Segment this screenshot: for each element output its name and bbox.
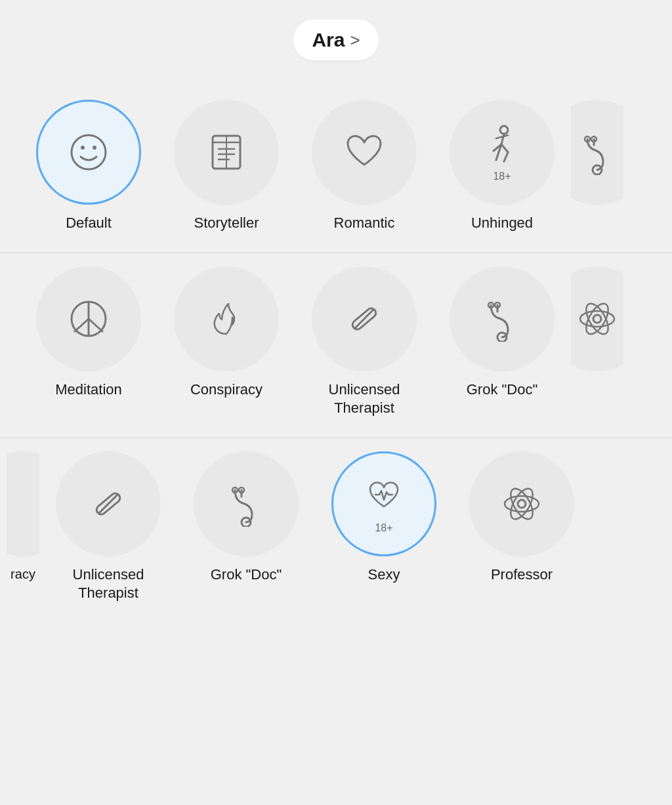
mode-label-grok-doc-2: Grok "Doc"	[211, 566, 282, 585]
svg-line-22	[74, 319, 89, 332]
stethoscope-partial-icon	[574, 129, 620, 175]
svg-line-23	[89, 319, 103, 332]
circle-meditation	[36, 266, 141, 371]
svg-line-10	[501, 134, 504, 144]
svg-point-9	[500, 126, 508, 134]
stethoscope-2-icon	[223, 481, 269, 527]
page-container: Ara > Default	[0, 0, 672, 805]
circle-unlicensed-therapist-2	[56, 451, 161, 556]
mode-item-racy-partial: racy	[7, 451, 39, 583]
svg-point-1	[81, 146, 85, 150]
circle-unlicensed-therapist	[312, 266, 417, 371]
mode-item-storyteller[interactable]: Storyteller	[158, 100, 295, 233]
stethoscope-icon	[479, 296, 525, 342]
row-2-scroll: Meditation Conspiracy	[0, 253, 672, 438]
heart-pulse-icon	[361, 474, 407, 520]
circle-med-partial	[571, 100, 623, 205]
circle-sexy: 18+	[331, 451, 436, 556]
sexy-badge: 18+	[375, 522, 392, 534]
fire-icon	[203, 296, 249, 342]
mode-label-grok-doc: Grok "Doc"	[467, 381, 538, 400]
svg-point-41	[505, 496, 539, 512]
mode-item-s-partial	[571, 266, 623, 381]
mode-item-unhinged[interactable]: 18+ Unhinged	[433, 100, 571, 233]
svg-point-30	[593, 315, 601, 323]
circle-professor	[469, 451, 574, 556]
chevron-icon: >	[350, 30, 360, 51]
mode-label-racy: racy	[10, 566, 35, 583]
mode-label-professor: Professor	[491, 566, 553, 585]
mode-item-professor[interactable]: Professor	[453, 451, 591, 585]
row-1-scroll: Default Storyteller	[0, 87, 672, 253]
mode-label-romantic: Romantic	[334, 214, 395, 233]
mode-item-default[interactable]: Default	[20, 100, 158, 233]
peace-icon	[66, 296, 112, 342]
row-section-1: Default Storyteller	[0, 87, 672, 253]
atom-partial-icon	[574, 296, 620, 342]
mode-label-unlicensed-therapist-2: UnlicensedTherapist	[73, 566, 144, 603]
mode-item-romantic[interactable]: Romantic	[295, 100, 433, 233]
circle-s-partial	[571, 266, 623, 371]
header-title: Ara	[312, 29, 345, 51]
walker-icon	[479, 122, 525, 168]
circle-default	[36, 100, 141, 205]
circle-grok-doc	[450, 266, 555, 371]
svg-point-0	[72, 135, 106, 169]
mode-item-unlicensed-therapist-2[interactable]: UnlicensedTherapist	[39, 451, 177, 603]
circle-romantic	[312, 100, 417, 205]
pill-2-icon	[85, 481, 131, 527]
circle-racy-partial	[7, 451, 39, 556]
row-section-2: Meditation Conspiracy	[0, 253, 672, 438]
smiley-icon	[66, 129, 112, 175]
circle-unhinged: 18+	[450, 100, 555, 205]
pill-icon	[341, 296, 387, 342]
mode-label-storyteller: Storyteller	[194, 214, 259, 233]
svg-line-12	[501, 144, 508, 152]
mode-label-sexy: Sexy	[368, 566, 400, 585]
heart-icon	[341, 129, 387, 175]
row-section-3: racy UnlicensedTherapist	[0, 438, 672, 623]
svg-point-2	[93, 146, 96, 150]
mode-item-meditation[interactable]: Meditation	[20, 266, 158, 400]
row-3-scroll: racy UnlicensedTherapist	[0, 438, 672, 623]
mode-label-unhinged: Unhinged	[471, 214, 533, 233]
book-icon	[203, 129, 249, 175]
circle-grok-doc-2	[194, 451, 299, 556]
atom-icon	[499, 481, 545, 527]
mode-item-med-partial	[571, 100, 623, 214]
mode-item-sexy[interactable]: 18+ Sexy	[315, 451, 453, 585]
mode-item-unlicensed-therapist[interactable]: UnlicensedTherapist	[295, 266, 433, 418]
mode-label-conspiracy: Conspiracy	[190, 381, 262, 400]
svg-line-13	[504, 152, 508, 161]
mode-item-grok-doc[interactable]: Grok "Doc"	[433, 266, 571, 400]
mode-label-unlicensed-therapist: UnlicensedTherapist	[329, 381, 400, 418]
circle-storyteller	[174, 100, 279, 205]
unhinged-badge: 18+	[493, 171, 511, 182]
svg-point-31	[580, 311, 614, 327]
mode-label-default: Default	[66, 214, 112, 233]
circle-conspiracy	[174, 266, 279, 371]
mode-item-conspiracy[interactable]: Conspiracy	[158, 266, 295, 400]
svg-point-40	[518, 500, 526, 508]
mode-item-grok-doc-2[interactable]: Grok "Doc"	[177, 451, 315, 585]
header-button[interactable]: Ara >	[293, 20, 378, 60]
mode-label-meditation: Meditation	[55, 381, 122, 400]
